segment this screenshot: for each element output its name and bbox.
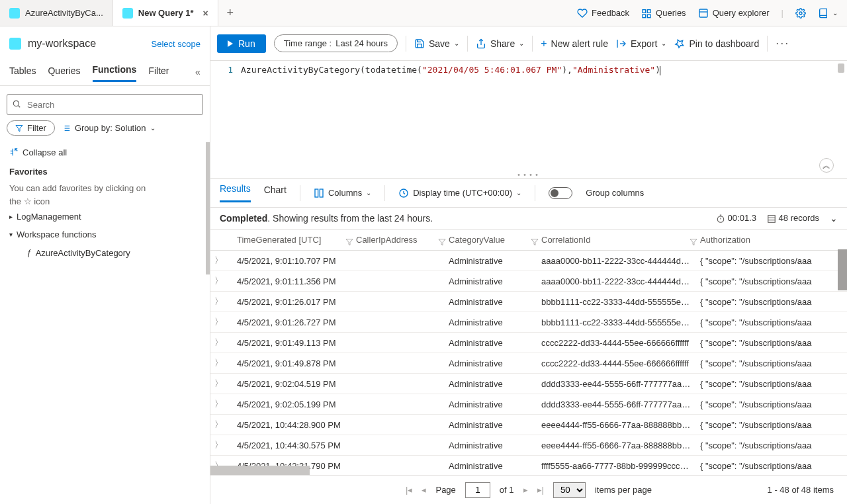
time-range-picker[interactable]: Time range : Last 24 hours: [274, 34, 398, 52]
col-correlation[interactable]: CorrelationId: [537, 230, 696, 251]
display-time-button[interactable]: Display time (UTC+00:00) ⌄: [398, 188, 521, 198]
group-columns-toggle[interactable]: [549, 187, 572, 199]
col-timegenerated[interactable]: TimeGenerated [UTC]: [233, 230, 352, 251]
workspace-icon: [9, 38, 21, 50]
sidebar-scrollbar[interactable]: [206, 142, 210, 274]
code-line[interactable]: AzureActivityByCategory(todatetime("2021…: [241, 65, 660, 174]
tree-node-logmanagement[interactable]: ▸ LogManagement: [9, 208, 201, 226]
columns-button[interactable]: Columns ⌄: [314, 188, 371, 198]
expand-row-button[interactable]: 〉: [210, 435, 233, 456]
panel-toggle[interactable]: ⌄: [818, 8, 838, 19]
table-row[interactable]: 〉4/5/2021, 9:01:10.707 PMAdministrativea…: [210, 251, 847, 271]
side-tab-filter[interactable]: Filter: [148, 65, 169, 81]
filter-icon[interactable]: [531, 236, 537, 243]
editor-scrollbar[interactable]: [838, 63, 844, 73]
collapse-all-button[interactable]: Collapse all: [9, 147, 201, 157]
col-authorization[interactable]: Authorization: [696, 230, 847, 251]
page-prev-button[interactable]: ◂: [422, 485, 426, 495]
cell-caller: [352, 374, 445, 394]
page-last-button[interactable]: ▸|: [537, 485, 544, 495]
expand-row-button[interactable]: 〉: [210, 353, 233, 374]
tab-query-2[interactable]: New Query 1* ×: [113, 0, 218, 26]
expand-row-button[interactable]: 〉: [210, 251, 233, 271]
elapsed-time: 00:01.3: [716, 213, 756, 224]
query-editor[interactable]: 1 AzureActivityByCategory(todatetime("20…: [210, 61, 847, 179]
expand-row-button[interactable]: 〉: [210, 374, 233, 394]
resize-handle[interactable]: ••••: [517, 171, 541, 179]
expand-status-button[interactable]: ⌄: [830, 213, 838, 224]
page-next-button[interactable]: ▸: [523, 485, 528, 495]
record-count: 48 records: [767, 213, 819, 224]
chevron-down-icon: ⌄: [366, 189, 371, 196]
save-button[interactable]: Save ⌄: [414, 38, 459, 49]
expand-row-button[interactable]: 〉: [210, 271, 233, 292]
book-icon: [818, 8, 828, 19]
page-input[interactable]: [465, 482, 490, 498]
node-label: Workspace functions: [17, 230, 96, 239]
table-row[interactable]: 〉4/5/2021, 10:44:28.900 PMAdministrative…: [210, 415, 847, 435]
expand-row-button[interactable]: 〉: [210, 394, 233, 415]
cell-caller: [352, 251, 445, 271]
chart-tab[interactable]: Chart: [264, 185, 287, 202]
tab-query-1[interactable]: AzureActivityByCa...: [0, 0, 113, 26]
workspace-name: my-workspace: [28, 38, 96, 50]
table-row[interactable]: 〉4/5/2021, 9:01:49.113 PMAdministrativec…: [210, 333, 847, 353]
more-button[interactable]: ···: [776, 36, 789, 50]
results-scrollbar-vertical[interactable]: [838, 249, 847, 290]
cell-category: Administrative: [445, 353, 537, 374]
pin-button[interactable]: Pin to dashboard: [674, 38, 759, 49]
tab-label: New Query 1*: [138, 8, 194, 18]
table-row[interactable]: 〉4/5/2021, 9:01:49.878 PMAdministrativec…: [210, 353, 847, 374]
results-table: TimeGenerated [UTC] CallerIpAddress Cate…: [210, 230, 847, 475]
run-button[interactable]: Run: [217, 34, 266, 53]
expand-row-button[interactable]: 〉: [210, 415, 233, 435]
cell-category: Administrative: [445, 292, 537, 312]
cell-correlation: eeee4444-ff55-6666-77aa-888888bbbbbb: [537, 435, 696, 456]
filter-icon[interactable]: [690, 236, 696, 243]
page-first-button[interactable]: |◂: [406, 485, 412, 495]
cell-time: 4/5/2021, 10:44:28.900 PM: [233, 415, 352, 435]
collapse-sidebar-icon[interactable]: »: [195, 68, 201, 79]
search-input[interactable]: [7, 94, 203, 115]
filter-icon[interactable]: [438, 236, 445, 243]
expand-row-button[interactable]: 〉: [210, 312, 233, 333]
cell-time: 4/5/2021, 9:01:11.356 PM: [233, 271, 352, 292]
close-icon[interactable]: ×: [203, 8, 208, 19]
tree-leaf-function[interactable]: f AzureActivityByCategory: [9, 243, 201, 258]
queries-link[interactable]: Queries: [641, 8, 686, 19]
expand-row-button[interactable]: 〉: [210, 333, 233, 353]
side-tab-queries[interactable]: Queries: [48, 65, 80, 81]
col-callerip[interactable]: CallerIpAddress: [352, 230, 445, 251]
results-scrollbar-horizontal[interactable]: [210, 466, 310, 475]
gear-icon[interactable]: [795, 8, 806, 19]
per-page-select[interactable]: 50: [553, 482, 586, 498]
feedback-link[interactable]: Feedback: [577, 8, 629, 19]
filter-button[interactable]: Filter: [7, 120, 55, 136]
table-row[interactable]: 〉4/5/2021, 9:01:11.356 PMAdministrativea…: [210, 271, 847, 292]
table-row[interactable]: 〉4/5/2021, 9:02:05.199 PMAdministratived…: [210, 394, 847, 415]
divider: [406, 36, 406, 52]
select-scope-link[interactable]: Select scope: [152, 39, 201, 49]
group-by-button[interactable]: Group by: Solution ⌄: [62, 123, 156, 133]
table-row[interactable]: 〉4/5/2021, 9:01:26.727 PMAdministrativeb…: [210, 312, 847, 333]
side-tab-functions[interactable]: Functions: [93, 64, 137, 82]
table-row[interactable]: 〉4/5/2021, 9:02:04.519 PMAdministratived…: [210, 374, 847, 394]
share-button[interactable]: Share ⌄: [476, 38, 524, 49]
filter-icon[interactable]: [345, 236, 352, 243]
table-row[interactable]: 〉4/5/2021, 10:44:30.575 PMAdministrative…: [210, 435, 847, 456]
expand-row-button[interactable]: 〉: [210, 292, 233, 312]
results-tab[interactable]: Results: [220, 183, 251, 202]
new-tab-button[interactable]: +: [218, 0, 242, 26]
cell-authorization: { "scope": "/subscriptions/aaa: [696, 333, 847, 353]
node-label: LogManagement: [17, 212, 81, 222]
collapse-editor-button[interactable]: ︽: [819, 158, 834, 173]
query-explorer-link[interactable]: Query explorer: [698, 8, 770, 19]
export-button[interactable]: Export ⌄: [616, 38, 666, 49]
col-category[interactable]: CategoryValue: [445, 230, 537, 251]
time-range-prefix: Time range :: [284, 38, 332, 48]
side-tab-tables[interactable]: Tables: [9, 65, 36, 81]
list-icon: [641, 8, 652, 19]
table-row[interactable]: 〉4/5/2021, 9:01:26.017 PMAdministrativeb…: [210, 292, 847, 312]
tree-node-workspace-functions[interactable]: ▾ Workspace functions: [9, 226, 201, 243]
new-alert-button[interactable]: + New alert rule: [541, 38, 608, 50]
